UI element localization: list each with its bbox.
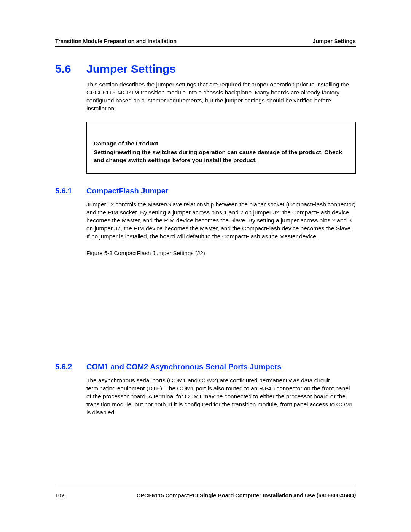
page-header: Transition Module Preparation and Instal…	[55, 38, 356, 47]
page-footer: 102 CPCI-6115 CompactPCI Single Board Co…	[55, 486, 356, 498]
header-right: Jumper Settings	[312, 38, 356, 44]
warning-title: Damage of the Product	[94, 140, 349, 148]
figure-caption: Figure 5-3 CompactFlash Jumper Settings …	[86, 250, 356, 256]
subsection-number: 5.6.2	[55, 363, 86, 371]
section-body: This section describes the jumper settin…	[86, 81, 356, 174]
subsection-title: COM1 and COM2 Asynchronous Serial Ports …	[86, 363, 282, 371]
page: Transition Module Preparation and Instal…	[0, 0, 411, 532]
subsection-number: 5.6.1	[55, 187, 86, 195]
section-heading-5-6: 5.6 Jumper Settings	[55, 62, 356, 75]
section-title: Jumper Settings	[86, 62, 176, 75]
subsection-body-5-6-2: The asynchronous serial ports (COM1 and …	[86, 377, 356, 417]
subsection-heading-5-6-2: 5.6.2 COM1 and COM2 Asynchronous Serial …	[55, 363, 356, 371]
header-left: Transition Module Preparation and Instal…	[55, 38, 177, 44]
figure-placeholder	[86, 262, 356, 350]
warning-box: Damage of the Product Setting/resetting …	[86, 122, 356, 174]
footer-rule	[55, 486, 356, 486]
doc-title: CPCI-6115 CompactPCI Single Board Comput…	[137, 492, 356, 498]
doc-title-text: CPCI-6115 CompactPCI Single Board Comput…	[137, 492, 354, 498]
subsection-text: Jumper J2 controls the Master/Slave rela…	[86, 201, 356, 241]
warning-body: Setting/resetting the switches during op…	[94, 149, 342, 163]
subsection-body-5-6-1: Jumper J2 controls the Master/Slave rela…	[86, 201, 356, 350]
section-intro: This section describes the jumper settin…	[86, 81, 356, 113]
subsection-heading-5-6-1: 5.6.1 CompactFlash Jumper	[55, 187, 356, 195]
subsection-title: CompactFlash Jumper	[86, 187, 169, 195]
section-number: 5.6	[55, 62, 86, 75]
page-number: 102	[55, 492, 64, 498]
doc-title-suffix: )	[354, 492, 356, 498]
subsection-text: The asynchronous serial ports (COM1 and …	[86, 377, 356, 417]
footer-row: 102 CPCI-6115 CompactPCI Single Board Co…	[55, 492, 356, 498]
